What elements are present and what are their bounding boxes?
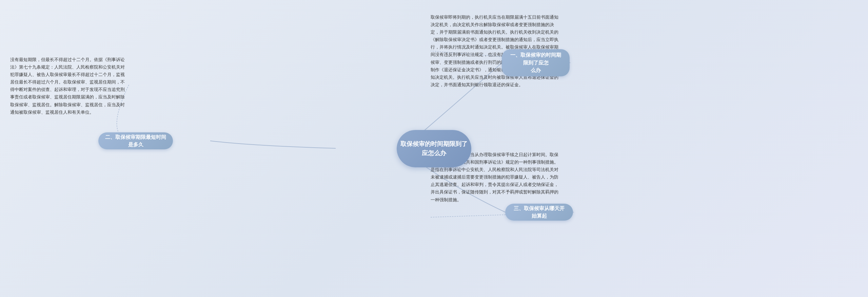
branch-node-3-label: 三、取保候审从哪天开始算起	[511, 205, 567, 220]
branch-node-3[interactable]: 三、取保候审从哪天开始算起	[505, 204, 573, 221]
central-node[interactable]: 取保候审的时间期限到了 应怎么办	[397, 130, 471, 167]
branch-node-1[interactable]: 一、取保候审的时间期限到了应怎么办	[502, 49, 570, 76]
central-node-label: 取保候审的时间期限到了 应怎么办	[397, 140, 471, 158]
branch-node-1-label: 一、取保候审的时间期限到了应怎么办	[508, 51, 564, 74]
branch-node-2-label: 二、取保候审期限最短时间是多久	[104, 133, 167, 149]
text-content-2: 没有最短期限，但最长不得超过十二个月。依据《刑事诉讼法》第七十九条规定：人民法院…	[10, 56, 125, 116]
mind-map: 取保候审的时间期限到了 应怎么办 一、取保候审的时间期限到了应怎么办 二、取保候…	[0, 0, 868, 297]
branch-node-2[interactable]: 二、取保候审期限最短时间是多久	[98, 132, 173, 149]
